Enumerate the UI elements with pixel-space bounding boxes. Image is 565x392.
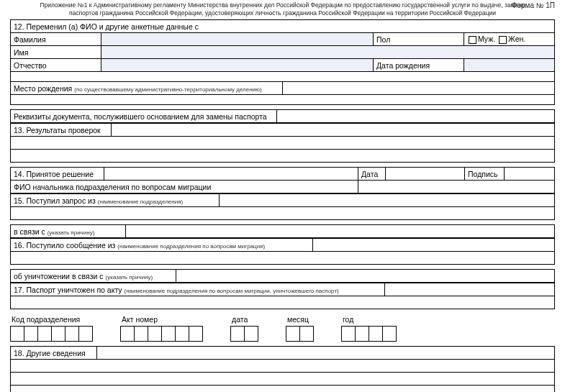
month-box[interactable] [299,326,314,342]
act-group: Акт номер [120,315,203,342]
section-12: 12. Переменил (а) ФИО и другие анкетные … [10,19,555,105]
male-label: Муж. [478,35,495,43]
month-group: месяц [286,315,314,342]
section-16: 16. Поступило сообщение из (наименование… [10,238,555,265]
spacer [11,72,555,82]
year-group: год [341,315,397,342]
act-label: Акт номер [120,315,203,326]
s14-chief-text: ФИО начальника подразделения по вопросам… [14,183,211,191]
act-box[interactable] [161,326,176,342]
code-box[interactable] [78,326,93,342]
code-box[interactable] [24,326,38,342]
s14-decision-field[interactable] [104,168,358,181]
date-group: дата [230,315,258,342]
female-checkbox[interactable] [499,36,507,44]
code-box[interactable] [10,326,24,342]
female-label: Жен. [508,35,525,43]
date-box[interactable] [230,326,245,342]
s16-note: (наименование подразделения по вопросам … [117,243,265,250]
code-boxes-area: Код подразделения Акт номер дата месяц [10,314,555,346]
birthplace-text: Место рождения [14,84,72,93]
form-number: Форма № 1П [512,1,555,11]
s14-date-field[interactable] [386,168,465,181]
gender-label: Пол [374,33,464,46]
s16-title-text: 16. Поступило сообщение из [14,241,115,250]
year-label: год [341,315,397,326]
s14-label: 14. Принятое решение [11,168,104,181]
s13-extra-row1[interactable] [11,137,555,150]
surname-field[interactable] [101,33,374,46]
s17-note: (наименование подразделения по вопросам … [124,288,338,294]
s17-title-text: 17. Паспорт уничтожен по акту [14,286,122,294]
date-label: дата [230,315,258,326]
s18-row[interactable] [11,360,555,373]
month-box[interactable] [286,326,300,342]
header-line1: Приложение №1 к Административному реглам… [10,1,555,9]
s18-field[interactable] [97,347,555,360]
section-13: 13. Результаты проверок [10,123,555,163]
birthdate-field[interactable] [464,59,555,72]
s14-chief-label: ФИО начальника подразделения по вопросам… [11,181,358,193]
birthdate-label: Дата рождения [374,59,464,72]
gender-field[interactable]: Муж. Жен. [464,33,555,46]
date-box[interactable] [244,326,258,342]
s17-label: 17. Паспорт уничтожен по акту (наименова… [11,283,385,296]
code-group: Код подразделения [10,315,93,342]
section-17: 17. Паспорт уничтожен по акту (наименова… [10,283,555,309]
s16-extra-row[interactable] [11,252,555,265]
s16-field[interactable] [313,239,555,252]
year-box[interactable] [369,326,383,342]
section-14: 14. Принятое решение Дата Подпись ФИО на… [10,167,555,193]
code-box[interactable] [51,326,65,342]
doc-reason-field[interactable] [277,110,555,123]
s13-field[interactable] [112,124,555,137]
s16-destroy-label: об уничтожении в связи с (указать причин… [11,270,176,283]
spacer [11,95,555,105]
s16-destroy-field[interactable] [176,270,555,283]
patronymic-field[interactable] [101,59,374,72]
code-box[interactable] [37,326,52,342]
s17-field[interactable] [385,283,555,296]
s15-title-text: 15. Поступил запрос из [14,196,96,205]
s16-destroy-table: об уничтожении в связи с (указать причин… [10,269,555,283]
act-box[interactable] [189,326,203,342]
birthplace-note: (по существовавшему административно-терр… [74,86,262,93]
act-box[interactable] [120,326,135,342]
s16-label: 16. Поступило сообщение из (наименование… [11,239,313,252]
s14-date-label: Дата [358,168,386,181]
s15-reason-label: в связи с (указать причину) [11,225,126,238]
birthplace-field[interactable] [283,82,555,95]
s15-reason-text: в связи с [14,227,45,236]
year-box[interactable] [382,326,397,342]
code-box[interactable] [65,326,79,342]
section-15: 15. Поступил запрос из (наименование под… [10,193,555,220]
s15-reason-table: в связи с (указать причину) [10,224,555,238]
s15-field[interactable] [220,194,555,207]
code-label: Код подразделения [10,315,93,326]
s13-label: 13. Результаты проверок [11,124,112,137]
month-label: месяц [286,315,314,326]
year-box[interactable] [355,326,369,342]
s15-reason-note: (указать причину) [48,229,95,236]
surname-label: Фамилия [11,33,101,46]
act-box[interactable] [175,326,189,342]
birthplace-label: Место рождения (по существовавшему админ… [11,82,283,95]
s14-sign-field[interactable] [505,168,555,181]
s13-extra-row2[interactable] [11,150,555,163]
act-box[interactable] [148,326,162,342]
doc-reason-table: Реквизиты документа, послужившего основа… [10,109,555,123]
name-field[interactable] [101,46,555,59]
year-box[interactable] [341,326,356,342]
male-checkbox[interactable] [469,36,476,44]
s18-row[interactable] [11,386,555,392]
s15-note: (наименование подразделения) [98,199,183,205]
act-box[interactable] [134,326,148,342]
s14-chief-field[interactable] [358,181,555,193]
s15-reason-field[interactable] [126,225,555,238]
s15-extra-row[interactable] [11,207,555,220]
s18-row[interactable] [11,373,555,386]
section-18: 18. Другие сведения [10,346,555,392]
s17-extra-row[interactable] [11,296,555,309]
header-block: Приложение №1 к Административному реглам… [10,1,555,17]
s15-label: 15. Поступил запрос из (наименование под… [11,194,220,207]
